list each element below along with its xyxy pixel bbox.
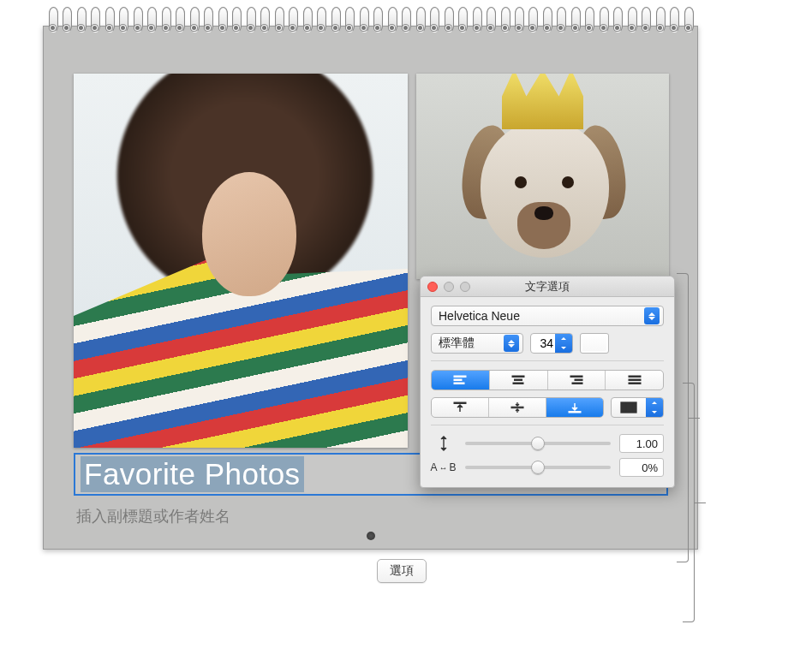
stepper-up-icon[interactable] (646, 398, 663, 407)
svg-rect-2 (454, 383, 464, 384)
cover-photo-main[interactable] (74, 74, 408, 448)
svg-rect-5 (513, 383, 523, 384)
columns-popup[interactable] (611, 397, 664, 418)
columns-icon (612, 398, 646, 417)
line-spacing-icon (431, 435, 457, 452)
binding-hole (367, 532, 375, 540)
align-center-button[interactable] (490, 371, 548, 390)
close-icon[interactable] (427, 282, 438, 292)
stepper-down-icon[interactable] (555, 343, 572, 353)
tracking-slider[interactable] (465, 460, 611, 475)
stepper-down-icon[interactable] (646, 407, 663, 417)
text-color-well[interactable] (580, 333, 609, 354)
horizontal-align-group (431, 370, 664, 390)
tracking-row: A↔B 0% (431, 458, 664, 477)
svg-rect-4 (515, 379, 522, 381)
divider (431, 360, 664, 361)
svg-rect-14 (569, 412, 581, 413)
svg-rect-8 (572, 383, 582, 384)
svg-rect-11 (629, 383, 641, 384)
popup-arrows-icon (644, 307, 660, 324)
valign-top-button[interactable] (432, 398, 489, 417)
svg-rect-10 (629, 379, 641, 381)
svg-rect-0 (454, 376, 466, 378)
line-spacing-row: 1.00 (431, 434, 664, 453)
tracking-value[interactable]: 0% (619, 458, 664, 477)
align-justify-button[interactable] (606, 371, 663, 390)
panel-titlebar[interactable]: 文字選項 (421, 277, 674, 297)
calendar-subtitle-placeholder[interactable]: 插入副標題或作者姓名 (76, 506, 230, 526)
svg-rect-7 (575, 379, 582, 381)
popup-arrows-icon (504, 335, 519, 352)
slider-thumb[interactable] (531, 461, 545, 474)
svg-rect-1 (454, 379, 462, 381)
valign-middle-button[interactable] (489, 398, 546, 417)
svg-rect-15 (621, 402, 636, 413)
text-options-panel: 文字選項 Helvetica Neue 標準體 (420, 276, 675, 488)
font-style-value: 標準體 (439, 336, 475, 351)
font-size-stepper[interactable] (530, 333, 573, 354)
calendar-title-text: Favorite Photos (81, 456, 304, 492)
slider-thumb[interactable] (531, 437, 545, 450)
align-left-button[interactable] (432, 371, 490, 390)
options-button[interactable]: 選項 (377, 559, 427, 583)
vertical-align-group (431, 397, 604, 418)
svg-rect-12 (454, 402, 466, 404)
svg-rect-13 (511, 407, 523, 408)
font-family-value: Helvetica Neue (439, 309, 520, 323)
tracking-icon: A↔B (431, 461, 457, 473)
svg-rect-3 (512, 376, 524, 378)
zoom-icon (460, 282, 470, 292)
line-spacing-slider[interactable] (465, 436, 611, 451)
font-style-popup[interactable]: 標準體 (431, 333, 523, 354)
stepper-up-icon[interactable] (555, 334, 572, 343)
svg-rect-9 (629, 376, 641, 378)
line-spacing-value[interactable]: 1.00 (619, 434, 664, 453)
font-size-input[interactable] (531, 336, 555, 350)
spiral-binding (43, 7, 698, 45)
callout-bracket (683, 383, 695, 622)
cover-photo-secondary[interactable] (416, 74, 669, 279)
divider (431, 425, 664, 425)
valign-bottom-button[interactable] (546, 398, 603, 417)
font-family-popup[interactable]: Helvetica Neue (431, 306, 664, 326)
minimize-icon (444, 282, 454, 292)
align-right-button[interactable] (548, 371, 606, 390)
svg-rect-6 (570, 376, 582, 378)
